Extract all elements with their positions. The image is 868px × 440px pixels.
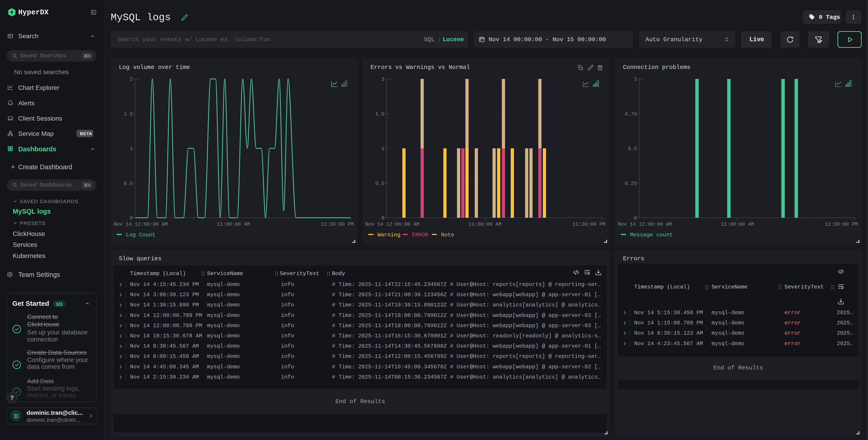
svg-text:Nov 14 12:00:00 AM: Nov 14 12:00:00 AM — [114, 222, 168, 227]
svg-text:11:00:00 AM: 11:00:00 AM — [217, 222, 250, 227]
svg-text:0: 0 — [634, 215, 637, 221]
svg-text:0.5: 0.5 — [124, 181, 133, 187]
svg-text:11:30:00 PM: 11:30:00 PM — [825, 222, 858, 227]
svg-text:Nov 14 12:00:00 AM: Nov 14 12:00:00 AM — [365, 222, 420, 227]
svg-text:11:00:00 AM: 11:00:00 AM — [468, 222, 501, 227]
svg-text:Log Count: Log Count — [126, 232, 156, 238]
svg-text:0.75: 0.75 — [625, 111, 637, 117]
svg-text:0.25: 0.25 — [625, 181, 637, 187]
svg-text:ERROR: ERROR — [412, 232, 428, 238]
svg-text:Message count: Message count — [630, 232, 673, 238]
svg-text:11:00:00 AM: 11:00:00 AM — [721, 222, 754, 227]
svg-text:0: 0 — [381, 215, 384, 221]
svg-text:1.5: 1.5 — [124, 111, 133, 117]
svg-text:Warning: Warning — [377, 232, 401, 238]
svg-text:2: 2 — [381, 77, 384, 82]
svg-text:1: 1 — [634, 77, 637, 82]
svg-text:1: 1 — [130, 146, 133, 152]
svg-text:11:30:00 PM: 11:30:00 PM — [572, 222, 605, 227]
svg-text:Note: Note — [441, 232, 454, 238]
svg-text:1: 1 — [381, 146, 384, 152]
svg-text:2: 2 — [130, 77, 133, 82]
svg-text:0.5: 0.5 — [628, 146, 637, 152]
svg-text:0.5: 0.5 — [375, 181, 384, 187]
svg-text:Nov 14 12:00:00 AM: Nov 14 12:00:00 AM — [618, 222, 672, 227]
svg-text:11:30:00 PM: 11:30:00 PM — [320, 222, 353, 227]
svg-text:0: 0 — [130, 215, 133, 221]
svg-text:1.5: 1.5 — [375, 111, 384, 117]
